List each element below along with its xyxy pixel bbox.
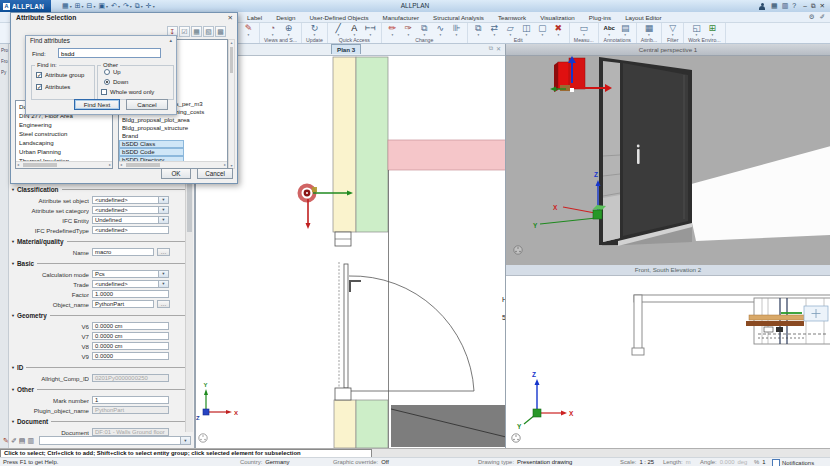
palette-tab-py[interactable]: Py (1, 70, 9, 75)
find-input[interactable] (58, 48, 161, 58)
dropdown-button[interactable]: ▾ (158, 207, 168, 213)
browse-button[interactable]: … (157, 300, 170, 308)
elevation-canvas[interactable]: Z X Y (506, 276, 830, 448)
collapse-chevron-icon[interactable]: ▴ (169, 37, 172, 43)
open-file-icon[interactable]: ⊟▾ (87, 2, 96, 10)
tab-plug-ins[interactable]: Plug-ins (582, 14, 618, 21)
save-icon[interactable]: ▣▾ (98, 2, 108, 10)
close-button[interactable]: ✕ (818, 2, 827, 10)
table-view-icon[interactable]: ▦ (191, 26, 202, 37)
dropdown-button[interactable]: ▾ (158, 197, 168, 203)
attribute-item-bsdd-code[interactable]: bSDD Code (119, 148, 184, 156)
section-header-document[interactable]: ▼Document (11, 415, 185, 427)
browse-button[interactable]: … (157, 248, 170, 256)
elevation-detail-assembly[interactable] (746, 298, 830, 344)
restore-button[interactable]: ⧉ (809, 2, 818, 10)
dialog-close-icon[interactable]: ✕ (228, 14, 233, 22)
notifications[interactable]: Notifications (772, 459, 814, 466)
attribute-item-bsdd-class[interactable]: bSDD Class (119, 140, 184, 148)
copy-icon[interactable]: ⧉▾ (135, 2, 143, 10)
text-tool-icon[interactable]: A▾ (348, 23, 361, 37)
attribute-item-bldg-proposal-plot-area[interactable]: Bldg_proposal_plot_area (119, 116, 227, 124)
section-view-icon[interactable]: ⊕▾ (282, 23, 295, 37)
plan-viewport[interactable]: H 5 Y X Z (195, 44, 505, 448)
tab-layout-editor[interactable]: Layout Editor (618, 14, 668, 21)
user-icon[interactable] (758, 2, 766, 10)
dropdown-button[interactable]: ▾ (158, 281, 168, 287)
dropdown-button[interactable]: ▾ (158, 271, 168, 277)
palette-tab-fro[interactable]: Fro (1, 59, 9, 64)
tab-manufacturer[interactable]: Manufacturer (376, 14, 426, 21)
ifc-predefinedtype-field[interactable]: <undefined> (92, 226, 169, 234)
view-sphere-icon[interactable]: ◔▾ (266, 23, 279, 37)
palette-tab-pro[interactable]: Pro (1, 48, 9, 53)
attribute-set-category-field[interactable]: <undefined>▾ (92, 206, 169, 214)
mirror-icon[interactable]: ◫▾ (520, 23, 533, 37)
whole-word-checkbox[interactable] (101, 89, 107, 95)
table-add-icon[interactable]: ▧ (203, 26, 214, 37)
tab-structural-analysis[interactable]: Structural Analysis (426, 14, 491, 21)
whole-word-row[interactable]: Whole word only (101, 89, 154, 95)
v8-field[interactable]: 0.0000 cm (92, 342, 169, 350)
attribute-group-checkbox[interactable] (36, 72, 42, 78)
cancel-button[interactable]: Cancel (197, 168, 233, 179)
calculation-mode-field[interactable]: Pcs▾ (92, 270, 169, 278)
attribute-item-brand[interactable]: Brand (119, 132, 227, 140)
section-header-geometry[interactable]: ▼Geometry (11, 309, 185, 321)
plan-restore-icon[interactable]: ⧉ (489, 45, 493, 52)
style-pen-icon[interactable]: ✎▾ (242, 23, 255, 37)
section-header-id[interactable]: ▼ID (11, 361, 185, 373)
name-field[interactable]: macro (92, 248, 154, 256)
up-radio[interactable] (104, 69, 110, 75)
store-icon[interactable]: ▥ (782, 1, 789, 11)
load-favorite-icon[interactable]: ▥ (27, 436, 34, 445)
plan-tab[interactable]: Plan 3 (331, 44, 361, 54)
menu-icon[interactable]: ▦▾ (62, 2, 72, 10)
save-favorite-icon[interactable]: ▤ (19, 436, 26, 445)
plan-slab-pink[interactable] (388, 140, 505, 170)
down-radio-row[interactable]: Down (104, 79, 128, 85)
measure-icon[interactable]: ▭▾ (577, 23, 590, 37)
tab-design[interactable]: Design (269, 14, 302, 21)
tab-teamwork[interactable]: Teamwork (491, 14, 533, 21)
trade-field[interactable]: <undefined>▾ (92, 280, 169, 288)
text-abc-icon[interactable]: Abc▾ (603, 23, 616, 37)
plan-navigation-icon[interactable] (199, 434, 207, 442)
palette-scrollbar[interactable] (185, 180, 193, 432)
attribute-list-hscrollbar[interactable]: ◂▸ (119, 161, 227, 168)
filter-funnel-icon[interactable]: ▽▾ (666, 23, 679, 37)
tab-visualization[interactable]: Visualization (533, 14, 582, 21)
favorites-combobox[interactable]: ▾ (39, 436, 191, 445)
new-file-icon[interactable]: ⊞▾ (75, 2, 84, 10)
find-cancel-button[interactable]: Cancel (126, 99, 168, 110)
elevation-navigation-icon[interactable] (512, 434, 520, 442)
find-next-button[interactable]: Find Next (74, 99, 120, 110)
door-3d[interactable] (599, 57, 692, 246)
group-list-hscrollbar[interactable]: ◂▸ (16, 161, 112, 168)
plan-wall-upper[interactable] (333, 57, 388, 232)
shear-icon[interactable]: ▱▾ (504, 23, 517, 37)
attribute-list-vscrollbar[interactable]: ▴▾ (228, 39, 235, 169)
attribute-group-checkbox-row[interactable]: Attribute group (36, 72, 84, 78)
plan-drawing-canvas[interactable]: H 5 Y X Z (196, 44, 505, 448)
elevation-viewport[interactable]: Front, South Elevation 2 (505, 265, 830, 448)
allplan-logo[interactable]: A ALLPLAN (0, 0, 51, 12)
minimize-button[interactable]: – (801, 2, 809, 10)
dropdown-button[interactable]: ▾ (180, 437, 190, 444)
duplicate-icon[interactable]: ⧉▾ (472, 23, 485, 37)
delete-icon[interactable]: ✖▾ (552, 23, 565, 37)
v6-field[interactable]: 0.0000 cm (92, 322, 169, 330)
attributes-icon[interactable]: ▦▾ (642, 23, 655, 37)
help-icon[interactable]: ? (792, 1, 796, 11)
plan-wall-lower[interactable] (334, 400, 388, 448)
group-item-steel-construction[interactable]: Steel construction (16, 129, 112, 138)
apps-icon[interactable]: ▦ (771, 1, 778, 11)
up-radio-row[interactable]: Up (104, 69, 121, 75)
dropdown-button[interactable]: ▾ (158, 217, 168, 223)
table-export-icon[interactable]: ▩ (215, 26, 226, 37)
section-header-other[interactable]: ▼Other (11, 383, 185, 395)
perspective-canvas[interactable]: Z X Y (506, 56, 830, 265)
copy-element-icon[interactable]: ⧉▾ (418, 23, 431, 37)
draw-line-icon[interactable]: ╱▾ (332, 23, 345, 37)
check-list-icon[interactable]: ☑ (179, 26, 190, 37)
